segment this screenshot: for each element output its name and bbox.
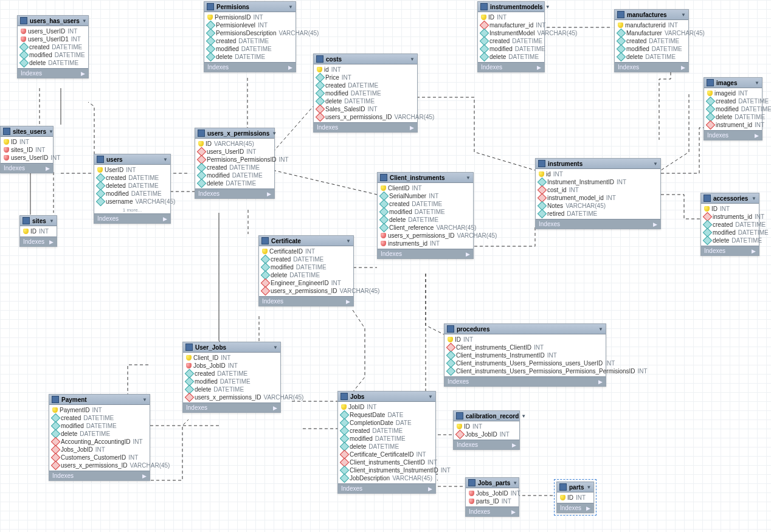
table-header[interactable]: Jobs▼ — [338, 392, 435, 402]
collapse-icon[interactable]: ▼ — [272, 131, 277, 136]
table-header[interactable]: procedures▼ — [444, 324, 606, 334]
table-users-x-permissions[interactable]: users_x_permissions▼IDVARCHAR(45)users_U… — [195, 128, 275, 199]
collapse-icon[interactable]: ▼ — [410, 57, 415, 62]
indexes-row[interactable]: Indexes▶ — [183, 402, 280, 412]
indexes-row[interactable]: Indexes▶ — [49, 471, 150, 480]
table-header[interactable]: Payment▼ — [49, 395, 150, 405]
table-images[interactable]: images▼imageidINTcreatedDATETIMEmodified… — [704, 77, 762, 140]
collapse-icon[interactable]: ▼ — [273, 345, 278, 350]
collapse-icon[interactable]: ▼ — [598, 326, 603, 332]
expand-icon[interactable]: ▶ — [273, 405, 277, 411]
table-instrumentmodels[interactable]: instrumentmodels▼IDINTmanufacturer_idINT… — [477, 1, 545, 72]
table-sites[interactable]: sites▼IDINTIndexes▶ — [19, 215, 57, 247]
table-parts[interactable]: parts▼IDINTIndexes▶ — [556, 482, 594, 513]
indexes-row[interactable]: Indexes▶ — [314, 122, 417, 132]
collapse-icon[interactable]: ▼ — [545, 4, 550, 10]
table-header[interactable]: Jobs_parts▼ — [466, 478, 519, 488]
table-header[interactable]: accessories▼ — [701, 193, 759, 204]
expand-icon[interactable]: ▶ — [46, 165, 50, 171]
collapse-icon[interactable]: ▼ — [755, 80, 759, 86]
expand-icon[interactable]: ▶ — [752, 248, 756, 254]
table-payment[interactable]: Payment▼PaymentIDINTcreatedDATETIMEmodif… — [49, 394, 150, 481]
table-costs[interactable]: costs▼idINTPriceINTcreatedDATETIMEmodifi… — [313, 54, 418, 133]
expand-icon[interactable]: ▶ — [288, 64, 292, 71]
expand-icon[interactable]: ▶ — [512, 442, 516, 448]
table-users-has-users[interactable]: users_has_users▼users_UserIDINTusers_Use… — [17, 15, 89, 78]
table-header[interactable]: manufactures▼ — [615, 10, 688, 20]
table-header[interactable]: users_has_users▼ — [18, 16, 88, 26]
table-manufactures[interactable]: manufactures▼manufactureridINTManufactur… — [614, 9, 689, 72]
table-header[interactable]: Client_instruments▼ — [378, 173, 473, 183]
collapse-icon[interactable]: ▼ — [163, 157, 168, 162]
table-header[interactable]: images▼ — [704, 78, 762, 88]
table-header[interactable]: users▼ — [94, 154, 170, 165]
expand-icon[interactable]: ▶ — [466, 251, 470, 257]
expand-icon[interactable]: ▶ — [410, 125, 414, 131]
collapse-icon[interactable]: ▼ — [521, 413, 526, 419]
indexes-row[interactable]: Indexes▶ — [701, 246, 759, 255]
expand-icon[interactable]: ▶ — [428, 486, 432, 492]
table-header[interactable]: Certificate▼ — [259, 236, 353, 246]
expand-icon[interactable]: ▶ — [267, 191, 271, 197]
indexes-row[interactable]: Indexes▶ — [259, 296, 353, 306]
indexes-row[interactable]: Indexes▶ — [195, 188, 274, 198]
table-jobs[interactable]: Jobs▼JobIDINTRequestDateDATECompletionDa… — [337, 391, 436, 494]
indexes-row[interactable]: Indexes▶ — [378, 249, 473, 258]
table-users[interactable]: users▼UserIDINTcreatedDATETIMEdeletedDAT… — [94, 154, 171, 224]
table-certificate[interactable]: Certificate▼CertificateIDINTcreatedDATET… — [258, 235, 354, 306]
collapse-icon[interactable]: ▼ — [142, 397, 147, 402]
table-header[interactable]: instruments▼ — [536, 159, 660, 169]
table-accessories[interactable]: accessories▼IDINTinstruments_idINTcreate… — [700, 193, 759, 256]
expand-icon[interactable]: ▶ — [49, 239, 54, 245]
table-header[interactable]: sites▼ — [20, 216, 57, 226]
indexes-row[interactable]: Indexes▶ — [466, 506, 519, 516]
expand-icon[interactable]: ▶ — [598, 379, 603, 385]
indexes-row[interactable]: Indexes▶ — [94, 213, 170, 223]
table-jobs-parts[interactable]: Jobs_parts▼Jobs_JobIDINTparts_IDINTIndex… — [465, 477, 519, 517]
expand-icon[interactable]: ▶ — [537, 64, 541, 71]
table-instruments[interactable]: instruments▼idINTInstrument_InstrumentID… — [535, 158, 661, 229]
expand-icon[interactable]: ▶ — [511, 509, 516, 515]
indexes-row[interactable]: Indexes▶ — [615, 62, 688, 72]
expand-icon[interactable]: ▶ — [142, 473, 147, 479]
indexes-row[interactable]: Indexes▶ — [454, 440, 519, 449]
table-header[interactable]: instrumentmodels▼ — [478, 2, 544, 12]
table-user-jobs[interactable]: User_Jobs▼Client_IDINTJobs_JobIDINTcreat… — [182, 342, 281, 413]
expand-icon[interactable]: ▶ — [681, 64, 685, 71]
expand-icon[interactable]: ▶ — [586, 505, 590, 511]
indexes-row[interactable]: Indexes▶ — [536, 219, 660, 229]
indexes-row[interactable]: Indexes▶ — [18, 68, 88, 78]
table-calibration-record[interactable]: calibration_record▼IDINTJobs_JobIDINTInd… — [453, 410, 520, 450]
table-client-instruments[interactable]: Client_instruments▼ClientIDINTSerialNumb… — [377, 172, 474, 259]
collapse-icon[interactable]: ▼ — [49, 129, 54, 134]
expand-icon[interactable]: ▶ — [163, 216, 167, 222]
table-header[interactable]: parts▼ — [557, 482, 593, 492]
indexes-row[interactable]: Indexes▶ — [444, 376, 606, 386]
collapse-icon[interactable]: ▼ — [653, 161, 658, 167]
collapse-icon[interactable]: ▼ — [466, 175, 471, 181]
indexes-row[interactable]: Indexes▶ — [478, 62, 544, 72]
expand-icon[interactable]: ▶ — [81, 71, 85, 77]
table-permissions[interactable]: Permisions▼PermisionsIDINTPermisionlevel… — [204, 1, 296, 72]
expand-icon[interactable]: ▶ — [346, 299, 350, 305]
indexes-row[interactable]: Indexes▶ — [704, 130, 762, 140]
table-header[interactable]: Permisions▼ — [204, 2, 296, 12]
table-procedures[interactable]: procedures▼IDINTClient_instruments_Clien… — [444, 323, 606, 387]
erd-canvas[interactable]: users_has_users▼users_UserIDINTusers_Use… — [0, 0, 771, 532]
table-header[interactable]: User_Jobs▼ — [183, 342, 280, 353]
expand-icon[interactable]: ▶ — [653, 221, 657, 227]
collapse-icon[interactable]: ▼ — [752, 196, 756, 201]
table-header[interactable]: costs▼ — [314, 54, 417, 64]
collapse-icon[interactable]: ▼ — [586, 485, 591, 490]
expand-icon[interactable]: ▶ — [755, 133, 759, 139]
table-header[interactable]: users_x_permissions▼ — [195, 128, 274, 139]
collapse-icon[interactable]: ▼ — [428, 394, 433, 399]
collapse-icon[interactable]: ▼ — [346, 238, 351, 244]
more-indicator[interactable]: 1 more... — [94, 207, 170, 213]
indexes-row[interactable]: Indexes▶ — [204, 62, 296, 72]
table-sites-users[interactable]: sites_users▼IDINTsites_IDINTusers_UserID… — [0, 126, 54, 173]
collapse-icon[interactable]: ▼ — [513, 480, 517, 486]
indexes-row[interactable]: Indexes▶ — [1, 163, 53, 173]
table-header[interactable]: sites_users▼ — [1, 126, 53, 137]
table-header[interactable]: calibration_record▼ — [454, 411, 519, 421]
